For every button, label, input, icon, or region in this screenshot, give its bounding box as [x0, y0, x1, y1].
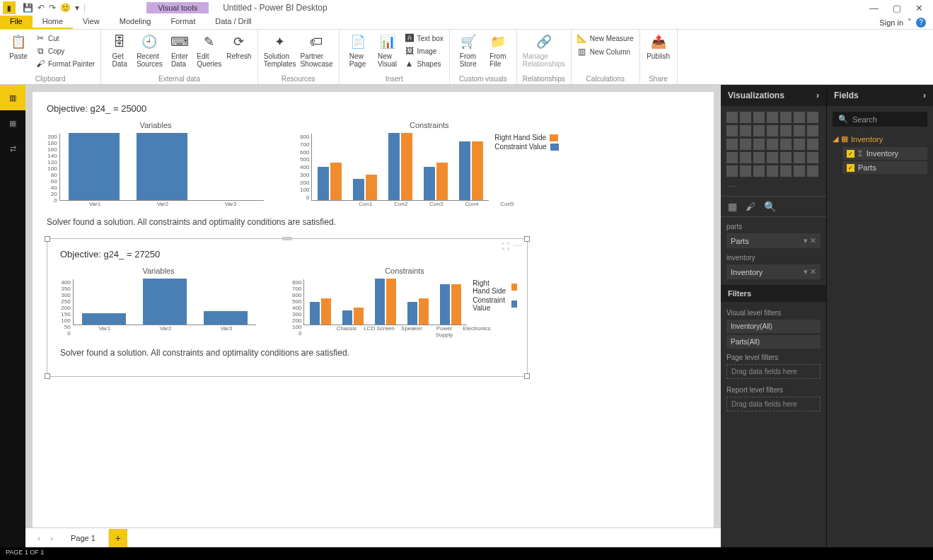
- viz-type-icon[interactable]: [726, 125, 738, 136]
- minimize-icon[interactable]: —: [869, 3, 879, 13]
- fields-tool-icon[interactable]: ▦: [728, 201, 737, 212]
- viz-type-icon[interactable]: [780, 152, 792, 163]
- tab-data-drill[interactable]: Data / Drill: [205, 16, 261, 29]
- viz-type-icon[interactable]: [807, 125, 818, 136]
- viz-type-icon[interactable]: [780, 125, 792, 136]
- smiley-icon[interactable]: 🙂: [60, 3, 71, 13]
- page-tab-1[interactable]: Page 1: [58, 530, 109, 547]
- field-inventory[interactable]: ✓ΣInventory: [842, 147, 927, 160]
- viz-type-icon[interactable]: [740, 152, 751, 163]
- tab-modeling[interactable]: Modeling: [110, 16, 161, 29]
- tab-home[interactable]: Home: [33, 16, 73, 29]
- viz-type-icon[interactable]: [740, 125, 751, 136]
- viz-type-icon[interactable]: [767, 165, 778, 177]
- viz-type-icon[interactable]: [753, 125, 765, 136]
- filter-parts[interactable]: Parts(All): [726, 335, 821, 349]
- viz-type-icon[interactable]: [753, 112, 765, 123]
- analytics-tool-icon[interactable]: 🔍: [764, 201, 776, 212]
- viz-type-icon[interactable]: [726, 152, 738, 163]
- viz-type-icon[interactable]: [726, 139, 738, 150]
- viz-type-icon[interactable]: [740, 112, 751, 123]
- viz-type-icon[interactable]: [780, 112, 792, 123]
- new-page-button[interactable]: 📄New Page: [345, 33, 371, 68]
- text-box-button[interactable]: 🅰Text box: [405, 33, 444, 44]
- viz-type-icon[interactable]: [780, 165, 792, 177]
- viz-type-icon[interactable]: [780, 139, 792, 150]
- viz-type-icon[interactable]: [753, 165, 765, 177]
- focus-mode-icon[interactable]: ⛶: [502, 242, 509, 251]
- viz-type-icon[interactable]: [767, 152, 778, 163]
- viz-type-icon[interactable]: [740, 165, 751, 177]
- resize-handle[interactable]: [45, 373, 50, 379]
- viz-type-icon[interactable]: [753, 152, 765, 163]
- resize-handle[interactable]: [45, 236, 50, 242]
- resize-handle[interactable]: [524, 236, 530, 242]
- resize-handle[interactable]: [524, 373, 530, 379]
- viz-type-icon[interactable]: [794, 165, 805, 177]
- sign-in-link[interactable]: Sign in ˅ ?: [872, 16, 933, 29]
- prev-page-icon[interactable]: ‹: [33, 534, 45, 542]
- from-file-button[interactable]: 📁From File: [485, 33, 511, 68]
- image-button[interactable]: 🖼Image: [405, 45, 444, 57]
- edit-queries-button[interactable]: ✎Edit Queries: [197, 33, 222, 68]
- tab-file[interactable]: File: [0, 16, 33, 29]
- paste-button[interactable]: 📋Paste: [6, 33, 31, 60]
- recent-sources-button[interactable]: 🕘Recent Sources: [137, 33, 163, 68]
- add-page-button[interactable]: +: [109, 529, 127, 547]
- redo-icon[interactable]: ↷: [49, 3, 56, 13]
- qat-dropdown-icon[interactable]: ▾: [75, 3, 79, 13]
- viz-type-icon[interactable]: [794, 112, 805, 123]
- well-inventory-slot[interactable]: Inventory▾ ✕: [726, 264, 821, 279]
- viz-type-icon[interactable]: [807, 165, 818, 177]
- viz-type-icon[interactable]: [807, 139, 818, 150]
- tab-format[interactable]: Format: [161, 16, 205, 29]
- report-view-button[interactable]: ▥: [0, 85, 25, 110]
- field-parts[interactable]: ✓Parts: [842, 161, 927, 174]
- viz-type-icon[interactable]: [753, 139, 765, 150]
- format-painter-button[interactable]: 🖌Format Painter: [35, 58, 95, 69]
- cut-button[interactable]: ✂Cut: [35, 33, 95, 44]
- viz-type-icon[interactable]: [767, 139, 778, 150]
- new-visual-button[interactable]: 📊New Visual: [375, 33, 400, 68]
- more-visuals-icon[interactable]: ⋯: [721, 182, 826, 196]
- viz-type-icon[interactable]: [794, 139, 805, 150]
- viz-type-icon[interactable]: [767, 112, 778, 123]
- publish-button[interactable]: 📤Publish: [646, 33, 671, 60]
- enter-data-button[interactable]: ⌨Enter Data: [167, 33, 192, 68]
- page-filter-drop[interactable]: Drag data fields here: [726, 364, 821, 379]
- viz-type-icon[interactable]: [740, 139, 751, 150]
- viz-type-icon[interactable]: [807, 152, 818, 163]
- report-canvas[interactable]: Objective: g24_ = 25000 Variables2001801…: [33, 92, 714, 527]
- viz-type-icon[interactable]: [794, 152, 805, 163]
- refresh-button[interactable]: ⟳Refresh: [226, 33, 252, 60]
- viz-type-icon[interactable]: [726, 112, 738, 123]
- help-icon[interactable]: ?: [916, 18, 926, 28]
- format-tool-icon[interactable]: 🖌: [746, 201, 755, 212]
- field-table-inventory[interactable]: ◢▦Inventory: [833, 132, 927, 146]
- close-icon[interactable]: ✕: [915, 3, 923, 13]
- copy-button[interactable]: ⧉Copy: [35, 45, 95, 57]
- model-view-button[interactable]: ⇄: [0, 136, 25, 161]
- from-store-button[interactable]: 🛒From Store: [456, 33, 481, 68]
- viz-type-icon[interactable]: [767, 125, 778, 136]
- maximize-icon[interactable]: ▢: [893, 3, 901, 13]
- tab-view[interactable]: View: [73, 16, 110, 29]
- checkbox-checked-icon[interactable]: ✓: [847, 164, 854, 172]
- more-options-icon[interactable]: ⋯: [514, 242, 521, 251]
- new-column-button[interactable]: ▥New Column: [577, 46, 634, 57]
- viz-type-icon[interactable]: [794, 125, 805, 136]
- search-input[interactable]: 🔍Search: [833, 112, 927, 127]
- viz-type-icon[interactable]: [807, 112, 818, 123]
- expand-icon[interactable]: ›: [816, 91, 819, 100]
- solution-templates-button[interactable]: ✦Solution Templates: [264, 33, 296, 68]
- data-view-button[interactable]: ▦: [0, 110, 25, 136]
- save-icon[interactable]: 💾: [23, 3, 33, 13]
- drag-handle[interactable]: [282, 237, 292, 240]
- get-data-button[interactable]: 🗄Get Data: [107, 33, 132, 68]
- next-page-icon[interactable]: ›: [45, 534, 58, 542]
- filter-inventory[interactable]: Inventory(All): [726, 320, 821, 333]
- undo-icon[interactable]: ↶: [37, 3, 45, 13]
- viz-type-icon[interactable]: [726, 165, 738, 177]
- checkbox-checked-icon[interactable]: ✓: [847, 150, 854, 158]
- new-measure-button[interactable]: 📐New Measure: [577, 33, 634, 44]
